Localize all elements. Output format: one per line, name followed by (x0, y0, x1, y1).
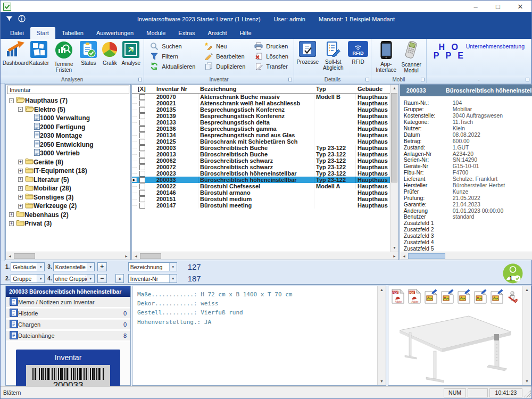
chevron-down-icon[interactable]: ▼ (87, 263, 94, 271)
tree-item-it-equipment[interactable]: +IT-Equipment (18) (6, 167, 130, 176)
row-checkbox[interactable] (139, 184, 145, 189)
scroll-left-icon[interactable]: ◄ (400, 254, 408, 258)
tree-item-mobiliar[interactable]: +Mobiliar (28) (6, 184, 130, 193)
ribbon-button-status[interactable]: Status (78, 40, 99, 67)
chevron-down-icon[interactable]: ▼ (169, 275, 177, 282)
info-icon[interactable] (18, 15, 26, 23)
column-header-checkbox[interactable]: [X] (137, 85, 155, 93)
tree-item-geräte[interactable]: +Geräte (8) (6, 158, 130, 167)
detail-hscrollbar[interactable]: ◄ ► (400, 252, 532, 260)
row-checkbox[interactable] (139, 132, 145, 138)
ribbon-button-app-interface[interactable]: App-Interface (373, 40, 399, 74)
maximize-button[interactable]: □ (487, 1, 509, 12)
table-row[interactable]: 200135Besprechungstisch KonferenzHauptha… (132, 106, 390, 113)
tree-item-2050-entwicklung[interactable]: 2050 Entwicklung (6, 140, 130, 149)
expand-plus-icon[interactable]: + (18, 177, 23, 182)
chevron-down-icon[interactable]: ▼ (37, 275, 44, 282)
expand-plus-icon[interactable]: + (18, 169, 23, 173)
expand-plus-icon[interactable]: + (18, 160, 23, 164)
grouping-select-1[interactable]: 1.Gebäude▼ (5, 262, 45, 271)
ribbon-button-dashboard[interactable]: Dashboard (3, 40, 28, 67)
remove-grouping-button[interactable]: − (97, 274, 107, 283)
memo-text[interactable]: Maße............: H 72 cm x B 1400 x T 7… (137, 290, 372, 326)
tool-file-icon[interactable] (507, 289, 519, 304)
user-status-badge[interactable]: 1 (503, 263, 523, 284)
image-file-icon[interactable] (441, 289, 454, 304)
tab-auswertungen[interactable]: Auswertungen (90, 27, 140, 39)
grouping-select-4[interactable]: 4.ohne Gruppierung▼ (47, 274, 94, 283)
row-checkbox[interactable] (139, 145, 145, 151)
row-checkbox[interactable] (139, 196, 145, 202)
tree-item-haupthaus[interactable]: -Haupthaus (7) (6, 96, 130, 105)
memo-vscrollbar[interactable]: ▲ ▼ (377, 286, 386, 385)
ribbon-button-kataster[interactable]: Kataster (28, 40, 49, 67)
tree-item-werkzeuge[interactable]: +Werkzeuge (2) (6, 202, 130, 211)
row-checkbox[interactable] (139, 101, 145, 106)
row-checkbox[interactable] (139, 177, 145, 183)
info-row-chargen[interactable]: Chargen0 (6, 320, 130, 330)
table-row[interactable]: 200146Bürostuhl armanoHaupthaus (132, 189, 390, 196)
dialog-launcher-icon[interactable] (421, 78, 425, 81)
scroll-down-icon[interactable]: ▼ (380, 378, 384, 385)
table-row[interactable]: 200072Büroschreibtisch schwarzTyp 23-122… (132, 164, 390, 170)
left-splitter[interactable] (1, 84, 5, 261)
expand-plus-icon[interactable]: + (18, 195, 23, 200)
ribbon-button-scanner-modul[interactable]: Scanner Modul (398, 40, 424, 74)
table-row[interactable]: 200013Büroschreibtisch BucheTyp 23-122Ha… (132, 151, 390, 157)
expand-plus-icon[interactable]: + (18, 204, 23, 209)
add-grouping-button[interactable]: + (97, 262, 107, 271)
ribbon-button-neu[interactable]: Neu (204, 42, 245, 50)
scroll-down-icon[interactable]: ▼ (393, 244, 396, 252)
collapse-minus-icon[interactable]: - (18, 107, 23, 112)
chevron-down-icon[interactable]: ▼ (37, 263, 44, 271)
tree-item-1000-verwaltung[interactable]: 1000 Verwaltung (6, 114, 130, 123)
tab-ansicht[interactable]: Ansicht (202, 27, 234, 39)
tree-item-2030-montage[interactable]: 2030 Montage (6, 131, 130, 140)
expand-plus-icon[interactable]: + (9, 221, 14, 226)
tree-item-nebenhaus[interactable]: +Nebenhaus (2) (6, 211, 130, 220)
row-checkbox[interactable] (139, 120, 145, 126)
column-header-inventar-nr[interactable]: Inventar Nr (155, 85, 198, 93)
scroll-up-icon[interactable]: ▲ (525, 286, 529, 294)
column-header-gebaeude[interactable]: Gebäude (356, 85, 390, 93)
sort-select-2[interactable]: Inventar-Nr▼ (128, 274, 177, 283)
row-checkbox[interactable] (139, 107, 145, 113)
table-row[interactable]: 200023Büroschreibtisch höheneinstellbarT… (132, 170, 390, 177)
tree-item-2000-fertigung[interactable]: 2000 Fertigung (6, 123, 130, 132)
table-vscrollbar[interactable]: ▲ ▼ (390, 85, 398, 252)
row-checkbox[interactable] (139, 94, 145, 100)
image-file-icon[interactable] (474, 289, 487, 304)
ribbon-button-grafik[interactable]: Grafik (99, 40, 120, 67)
info-row-historie[interactable]: Historie0 (6, 309, 130, 319)
ribbon-button-prozesse[interactable]: Prozesse (296, 40, 319, 66)
scroll-down-icon[interactable]: ▼ (525, 378, 529, 385)
expand-sort-button[interactable]: » (115, 274, 124, 283)
table-row[interactable]: 200133Besprechungstisch deltaHaupthaus (132, 119, 390, 126)
image-file-icon[interactable] (458, 289, 470, 304)
tab-tabellen[interactable]: Tabellen (55, 27, 90, 39)
ribbon-button-transfer[interactable]: Transfer (254, 63, 288, 70)
row-checkbox[interactable] (139, 139, 145, 145)
table-row[interactable]: 200021Aktenschrank weiß hell abschliessb… (132, 100, 390, 106)
column-header-bezeichnung[interactable]: Bezeichnung (198, 85, 314, 93)
sort-select-1[interactable]: Bezeichnung▼ (128, 262, 177, 271)
ribbon-button-aktualisieren[interactable]: Aktualisieren (149, 62, 195, 70)
attachments-vscrollbar[interactable]: ▲ ▼ (522, 286, 531, 385)
table-hscrollbar[interactable]: ◄ ► (132, 252, 398, 260)
table-row[interactable]: 200022Bürostuhl ChefsesselModell AHaupth… (132, 183, 390, 189)
quick-filter-icon[interactable] (6, 16, 13, 22)
resize-grip[interactable] (524, 388, 531, 397)
table-row[interactable]: 200134Besprechungstisch rund aus GlasHau… (132, 132, 390, 138)
row-checkbox[interactable] (139, 203, 145, 209)
row-checkbox[interactable] (139, 113, 145, 119)
table-row[interactable]: 200070Aktenschrank Buche massivModell BH… (132, 94, 390, 100)
dialog-launcher-icon[interactable] (288, 78, 292, 81)
row-checkbox[interactable] (139, 190, 145, 196)
scroll-right-icon[interactable]: ► (122, 254, 130, 258)
info-row-dateianhänge[interactable]: Dateianhänge8 (6, 331, 130, 342)
scroll-up-icon[interactable]: ▲ (380, 286, 384, 294)
tab-extras[interactable]: Extras (172, 27, 201, 39)
ribbon-button-bearbeiten[interactable]: Bearbeiten (204, 52, 245, 60)
row-checkbox[interactable] (139, 164, 145, 170)
scroll-thumb[interactable] (408, 253, 445, 259)
